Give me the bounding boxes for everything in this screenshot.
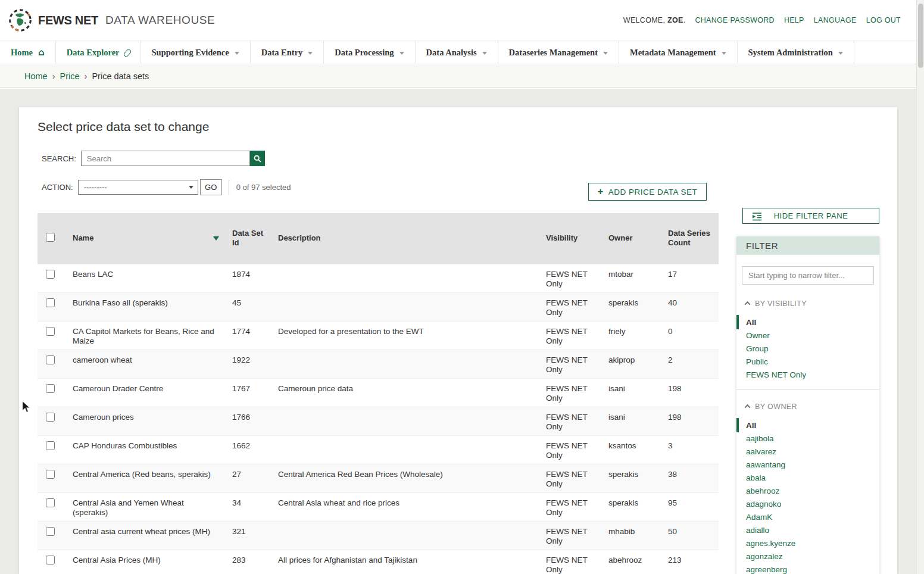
filter-option[interactable]: Public xyxy=(736,355,879,368)
vertical-scrollbar xyxy=(916,0,924,574)
filter-option[interactable]: abala xyxy=(736,471,879,484)
header-link[interactable]: LANGUAGE xyxy=(814,16,857,24)
table-row: Central Asia and Yemen Wheat (sperakis) … xyxy=(38,492,719,521)
nav-item[interactable]: Data Explorer xyxy=(56,41,141,64)
cell-data-series-count: 17 xyxy=(661,264,719,292)
add-price-data-set-button[interactable]: ADD PRICE DATA SET xyxy=(588,183,707,201)
cell-description xyxy=(271,521,539,550)
nav-item[interactable]: Metadata Management xyxy=(619,41,738,64)
filter-option[interactable]: agnes.kyenze xyxy=(736,536,879,550)
table-row: Cameroun Drader Centre 1767 Cameroun pri… xyxy=(38,378,719,407)
action-select[interactable]: --------- xyxy=(78,180,198,195)
row-checkbox[interactable] xyxy=(46,384,55,393)
cell-owner: sperakis xyxy=(601,292,661,321)
cell-name: Cameroun Drader Centre xyxy=(65,378,225,407)
cell-name: CAP Honduras Combustibles xyxy=(65,435,225,464)
filter-search-input[interactable] xyxy=(742,266,874,285)
nav-item-label: Metadata Management xyxy=(630,48,716,58)
row-checkbox[interactable] xyxy=(46,413,55,422)
hide-filter-pane-button[interactable]: HIDE FILTER PANE xyxy=(742,208,879,224)
nav-item-label: Data Processing xyxy=(335,48,394,58)
filter-section-owner: BY OWNER All aajibola xyxy=(736,401,879,574)
nav-item[interactable]: Supporting Evidence xyxy=(141,41,251,64)
nav-item-label: Home xyxy=(11,48,33,58)
page-background: Select price data set to change SEARCH: … xyxy=(0,89,916,574)
nav-item[interactable]: Home xyxy=(0,41,56,64)
cell-visibility: FEWS NET Only xyxy=(539,550,601,574)
select-all-checkbox[interactable] xyxy=(46,233,55,242)
row-checkbox[interactable] xyxy=(46,556,55,564)
filter-option[interactable]: adiallo xyxy=(736,523,879,536)
filter-option[interactable]: aawantang xyxy=(736,458,879,471)
filter-option[interactable]: FEWS NET Only xyxy=(736,368,879,381)
brand-suffix: DATA WAREHOUSE xyxy=(105,14,215,27)
brand: FEWS NET DATA WAREHOUSE xyxy=(8,8,215,32)
filter-option[interactable]: agreenberg xyxy=(736,563,879,574)
row-checkbox[interactable] xyxy=(46,527,55,536)
filter-section-header[interactable]: BY OWNER xyxy=(736,401,879,411)
cell-data-set-id: 1767 xyxy=(225,378,271,407)
action-row: ACTION: --------- GO 0 of 97 selected xyxy=(42,179,897,195)
filter-option[interactable]: aalvarez xyxy=(736,445,879,458)
row-checkbox[interactable] xyxy=(46,298,55,307)
row-checkbox[interactable] xyxy=(46,498,55,507)
price-data-set-table: Name Data Set Id Description Visibility … xyxy=(38,213,719,574)
cell-data-set-id: 1662 xyxy=(225,435,271,464)
selected-indicator xyxy=(736,418,739,432)
filter-option[interactable]: All xyxy=(736,419,879,432)
search-button[interactable] xyxy=(250,151,265,166)
filter-option[interactable]: AdamK xyxy=(736,510,879,523)
nav-item[interactable]: Data Analysis xyxy=(416,41,498,64)
filter-option[interactable]: abehrooz xyxy=(736,484,879,497)
cell-select xyxy=(38,264,65,292)
nav-item[interactable]: Data Processing xyxy=(324,41,415,64)
nav-item[interactable]: Data Entry xyxy=(251,41,324,64)
cell-description xyxy=(271,264,539,292)
table-row: Beans LAC 1874 FEWS NET Only mtobar 17 xyxy=(38,264,719,292)
cell-name: Central Asia and Yemen Wheat (sperakis) xyxy=(65,492,225,521)
row-checkbox[interactable] xyxy=(46,355,55,364)
breadcrumb-link[interactable]: Home xyxy=(24,71,48,81)
cell-owner: sperakis xyxy=(601,492,661,521)
filter-option[interactable]: All xyxy=(736,316,879,329)
nav-item[interactable]: System Administration xyxy=(738,41,854,64)
page-title: Select price data set to change xyxy=(38,120,897,134)
row-checkbox[interactable] xyxy=(46,327,55,336)
column-header-description: Description xyxy=(271,213,539,264)
column-header-owner: Owner xyxy=(601,213,661,264)
cell-name: Cameroun prices xyxy=(65,407,225,435)
cell-name: CA Capitol Markets for Beans, Rice and M… xyxy=(65,321,225,350)
cell-data-series-count: 50 xyxy=(661,521,719,550)
row-checkbox[interactable] xyxy=(46,470,55,479)
cell-select xyxy=(38,321,65,350)
filter-section-header[interactable]: BY VISIBILITY xyxy=(736,298,879,308)
cell-description: Central America Red Bean Prices (Wholesa… xyxy=(271,464,539,492)
column-header-name[interactable]: Name xyxy=(65,213,225,264)
filter-option[interactable]: aajibola xyxy=(736,432,879,445)
cell-data-set-id: 1874 xyxy=(225,264,271,292)
username: ZOE xyxy=(667,16,683,24)
cell-owner: ksantos xyxy=(601,435,661,464)
cell-owner: isani xyxy=(601,407,661,435)
cell-data-set-id: 45 xyxy=(225,292,271,321)
filter-option[interactable]: Group xyxy=(736,342,879,355)
filter-option[interactable]: agonzalez xyxy=(736,550,879,563)
cell-select xyxy=(38,521,65,550)
breadcrumb-link[interactable]: Price xyxy=(60,71,80,81)
scrollbar-thumb[interactable] xyxy=(918,4,923,68)
sort-desc-icon[interactable] xyxy=(213,236,219,241)
go-button[interactable]: GO xyxy=(200,179,222,195)
nav-item[interactable]: Dataseries Management xyxy=(498,41,619,64)
cell-select xyxy=(38,350,65,378)
cell-visibility: FEWS NET Only xyxy=(539,350,601,378)
main-nav: Home Data Explorer Supporting Evidence xyxy=(0,40,924,64)
row-checkbox[interactable] xyxy=(46,270,55,279)
row-checkbox[interactable] xyxy=(46,441,55,450)
header-link[interactable]: CHANGE PASSWORD xyxy=(695,16,774,24)
search-input[interactable] xyxy=(81,151,250,166)
cell-data-set-id: 283 xyxy=(225,550,271,574)
header-link[interactable]: LOG OUT xyxy=(866,16,901,24)
filter-option[interactable]: Owner xyxy=(736,329,879,342)
header-link[interactable]: HELP xyxy=(784,16,804,24)
filter-option[interactable]: adagnoko xyxy=(736,497,879,510)
